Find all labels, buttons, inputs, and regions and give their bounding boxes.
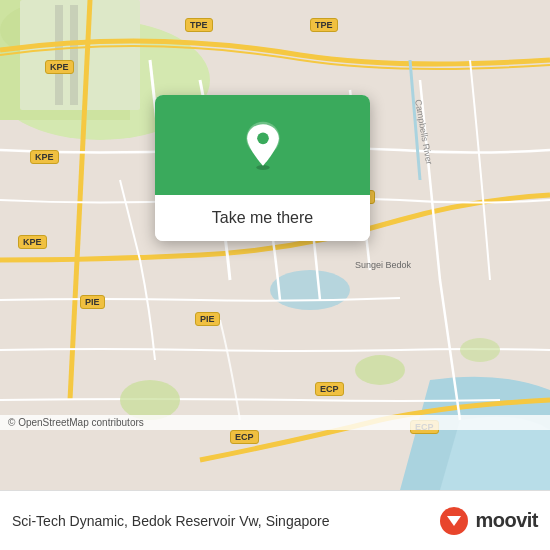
- svg-rect-6: [70, 5, 78, 105]
- location-pin-icon: [238, 120, 288, 170]
- svg-point-7: [270, 270, 350, 310]
- road-badge-ecp-1: ECP: [315, 382, 344, 396]
- moovit-icon: [439, 506, 469, 536]
- svg-point-12: [460, 338, 500, 362]
- moovit-logo: moovit: [439, 506, 538, 536]
- road-badge-pie-3: PIE: [195, 312, 220, 326]
- location-popup: Take me there: [155, 95, 370, 241]
- bottom-bar: Sci-Tech Dynamic, Bedok Reservoir Vw, Si…: [0, 490, 550, 550]
- copyright-bar: © OpenStreetMap contributors: [0, 415, 550, 430]
- map-container: Campbells River Sungei Bedok TPE TPE KPE…: [0, 0, 550, 490]
- road-badge-tpe-2: TPE: [310, 18, 338, 32]
- take-me-there-button[interactable]: Take me there: [155, 195, 370, 241]
- moovit-label: moovit: [475, 509, 538, 532]
- road-badge-pie-2: PIE: [80, 295, 105, 309]
- copyright-text: © OpenStreetMap contributors: [8, 417, 144, 428]
- svg-point-16: [257, 133, 269, 145]
- svg-text:Sungei Bedok: Sungei Bedok: [355, 260, 412, 270]
- road-badge-kpe-2: KPE: [30, 150, 59, 164]
- road-badge-ecp-3: ECP: [230, 430, 259, 444]
- svg-point-11: [120, 380, 180, 420]
- location-label: Sci-Tech Dynamic, Bedok Reservoir Vw, Si…: [12, 513, 439, 529]
- road-badge-tpe-1: TPE: [185, 18, 213, 32]
- svg-rect-5: [55, 5, 63, 105]
- road-badge-kpe-1: KPE: [45, 60, 74, 74]
- popup-header: [155, 95, 370, 195]
- road-badge-kpe-3: KPE: [18, 235, 47, 249]
- svg-point-10: [355, 355, 405, 385]
- svg-rect-4: [20, 0, 140, 110]
